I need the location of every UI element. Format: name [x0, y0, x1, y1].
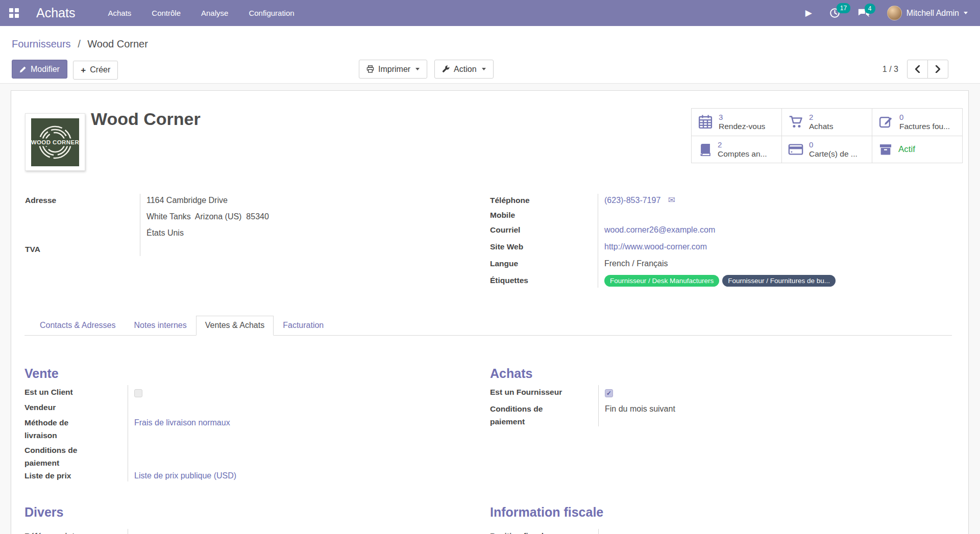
- tab-ventes-achats[interactable]: Ventes & Achats: [196, 316, 274, 336]
- adresse-line3: États Unis: [146, 225, 269, 241]
- create-button[interactable]: + Créer: [73, 61, 118, 80]
- langue-label: Langue: [490, 256, 598, 272]
- courriel-link[interactable]: wood.corner26@example.com: [604, 225, 715, 234]
- stat-value: 2: [718, 140, 767, 149]
- pager-previous-button[interactable]: [907, 60, 928, 79]
- courriel-label: Courriel: [490, 222, 598, 238]
- main-menu: Achats Contrôle Analyse Configuration: [108, 9, 294, 17]
- calendar-icon: [698, 114, 713, 130]
- pager-next-button[interactable]: [927, 60, 948, 79]
- siteweb-link[interactable]: http://www.wood-corner.com: [604, 242, 707, 251]
- stat-label: Actif: [898, 144, 915, 154]
- user-menu[interactable]: Mitchell Admin: [906, 9, 959, 18]
- odoo-window: Achats Achats Contrôle Analyse Configura…: [0, 0, 980, 534]
- stat-label: Rendez-vous: [719, 121, 765, 131]
- edit-button[interactable]: Modifier: [12, 60, 67, 79]
- button-row: Modifier + Créer Imprimer Action 1: [12, 60, 970, 79]
- field-est-un-fournisseur: Est un Fournisseur ✓: [490, 384, 939, 400]
- breadcrumb-parent[interactable]: Fournisseurs: [12, 38, 71, 49]
- notebook-tabs: Contacts & Adresses Notes internes Vente…: [24, 314, 952, 336]
- est-un-fournisseur-checkbox[interactable]: ✓: [605, 389, 613, 397]
- menu-configuration[interactable]: Configuration: [249, 9, 294, 17]
- info-group-right: Téléphone (623)-853-7197 ✉ Mobile Courri…: [490, 192, 957, 289]
- est-un-client-checkbox[interactable]: [134, 389, 142, 397]
- field-conditions-paiement-vente: Conditions de paiement: [24, 442, 474, 469]
- conditions-paiement-vente-label: Conditions de paiement: [24, 442, 128, 469]
- action-dropdown[interactable]: Action: [434, 60, 493, 79]
- wood-corner-logo-image: WOOD CORNER: [31, 118, 79, 166]
- field-liste-prix: Liste de prix Liste de prix publique (US…: [24, 469, 474, 483]
- play-tour-icon[interactable]: ▶: [805, 9, 812, 17]
- conditions-paiement-achats-value: Fin du mois suivant: [598, 400, 675, 415]
- telephone-link[interactable]: (623)-853-7197: [604, 196, 660, 205]
- reference-interne-value: [128, 527, 134, 529]
- info-group-left: Adresse 1164 Cambridge Drive White Tanks…: [25, 192, 477, 258]
- field-est-un-client: Est un Client: [24, 384, 474, 401]
- field-etiquettes: Étiquettes Fournisseur / Desk Manufactur…: [490, 272, 957, 289]
- pager: 1 / 3: [883, 60, 948, 79]
- field-telephone: Téléphone (623)-853-7197 ✉: [490, 192, 957, 209]
- chevron-down-icon: [415, 68, 420, 72]
- action-label: Action: [454, 65, 476, 74]
- stat-cartes-credit[interactable]: 0Carte(s) de ...: [782, 136, 872, 164]
- messages-badge: 4: [865, 4, 875, 14]
- edit-button-label: Modifier: [31, 65, 60, 74]
- etiquettes-label: Étiquettes: [490, 272, 598, 289]
- achats-section-title: Achats: [490, 366, 532, 381]
- langue-value: French / Français: [598, 256, 668, 272]
- apps-grid-icon[interactable]: [9, 8, 19, 18]
- pencil-icon: [19, 66, 27, 73]
- stat-value: 2: [809, 113, 833, 121]
- conditions-paiement-vente-value: [128, 442, 134, 444]
- liste-prix-label: Liste de prix: [24, 469, 128, 482]
- stat-actif-toggle[interactable]: Actif: [872, 136, 963, 164]
- adresse-value: 1164 Cambridge Drive White Tanks Arizona…: [140, 192, 269, 241]
- tag-fournitures-bureau: Fournisseur / Fournitures de bu...: [722, 275, 836, 287]
- pager-counter: 1 / 3: [883, 65, 898, 74]
- methode-livraison-link[interactable]: Frais de livraison normaux: [134, 418, 230, 427]
- tab-contacts-adresses[interactable]: Contacts & Adresses: [31, 316, 125, 336]
- vente-group: Est un Client Vendeur Méthode de livrais…: [24, 384, 474, 483]
- est-un-client-label: Est un Client: [24, 384, 128, 398]
- stat-label: Factures fou...: [899, 121, 950, 131]
- reference-interne-label: Référence interne: [24, 527, 128, 534]
- stat-achats[interactable]: 2Achats: [782, 109, 872, 136]
- archive-box-icon: [878, 142, 893, 157]
- field-tva: TVA: [25, 241, 477, 258]
- menu-controle[interactable]: Contrôle: [152, 9, 181, 17]
- navbar-right: ▶ 17 4 Mitchell Admin: [805, 6, 968, 20]
- conditions-paiement-achats-label: Conditions de paiement: [490, 400, 598, 428]
- menu-achats[interactable]: Achats: [108, 9, 131, 17]
- stat-rendez-vous[interactable]: 3Rendez-vous: [692, 109, 782, 136]
- vendeur-label: Vendeur: [24, 401, 128, 414]
- tab-notes-internes[interactable]: Notes internes: [125, 316, 196, 336]
- position-fiscale-label: Position fiscale: [490, 527, 598, 534]
- tab-facturation[interactable]: Facturation: [274, 316, 333, 336]
- activities-button[interactable]: 17: [829, 8, 840, 18]
- top-navbar: Achats Achats Contrôle Analyse Configura…: [0, 0, 980, 26]
- achats-group: Est un Fournisseur ✓ Conditions de paiem…: [490, 384, 939, 428]
- breadcrumb: Fournisseurs / Wood Corner: [12, 38, 148, 50]
- field-langue: Langue French / Français: [490, 256, 957, 272]
- field-reference-interne: Référence interne: [24, 527, 474, 534]
- book-icon: [698, 142, 712, 157]
- menu-analyse[interactable]: Analyse: [201, 9, 228, 17]
- field-courriel: Courriel wood.corner26@example.com: [490, 222, 957, 239]
- adresse-line1: 1164 Cambridge Drive: [146, 192, 269, 209]
- field-vendeur: Vendeur: [24, 401, 474, 414]
- activities-badge: 17: [837, 3, 850, 13]
- envelope-icon[interactable]: ✉: [668, 195, 675, 205]
- liste-prix-link[interactable]: Liste de prix publique (USD): [134, 471, 236, 480]
- messages-button[interactable]: 4: [857, 8, 870, 18]
- stat-label: Achats: [809, 121, 833, 131]
- etiquettes-value: Fournisseur / Desk Manufacturers Fournis…: [598, 272, 836, 289]
- chevron-left-icon: [915, 65, 920, 73]
- stat-comptes-analytiques[interactable]: 2Comptes an...: [692, 136, 782, 164]
- field-position-fiscale: Position fiscale: [490, 527, 939, 534]
- stat-label: Comptes an...: [718, 149, 767, 159]
- app-title[interactable]: Achats: [36, 6, 75, 20]
- stat-factures-fournisseur[interactable]: 0Factures fou...: [872, 109, 963, 136]
- user-avatar[interactable]: [887, 6, 902, 20]
- field-methode-livraison: Méthode de livraison Frais de livraison …: [24, 414, 474, 442]
- print-dropdown[interactable]: Imprimer: [359, 60, 427, 79]
